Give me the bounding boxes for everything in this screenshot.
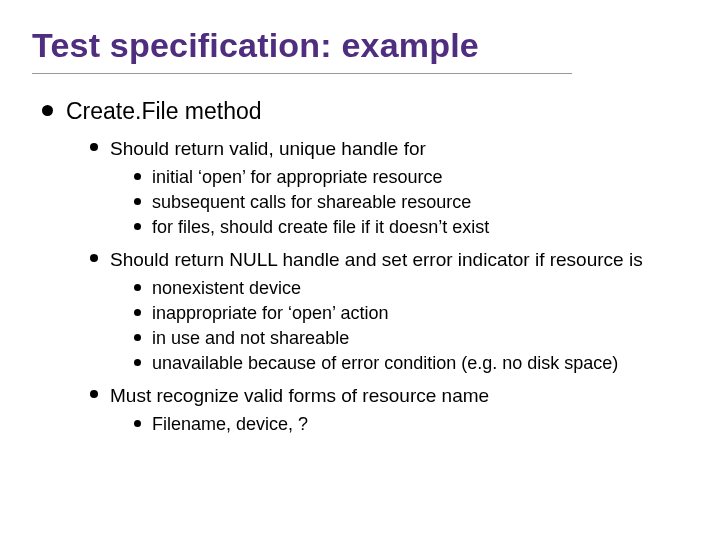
list-item: Create.File method Should return valid, … bbox=[40, 96, 688, 437]
list-item: Must recognize valid forms of resource n… bbox=[88, 382, 688, 437]
title-block: Test specification: example bbox=[32, 26, 572, 74]
list-item: Filename, device, ? bbox=[132, 412, 688, 437]
slide: Test specification: example Create.File … bbox=[0, 0, 720, 540]
list-item: initial ‘open’ for appropriate resource bbox=[132, 165, 688, 190]
bullet-list-level2: Should return valid, unique handle for i… bbox=[66, 135, 688, 437]
l2-text: Should return NULL handle and set error … bbox=[110, 249, 643, 270]
l3-text: for files, should create file if it does… bbox=[152, 217, 489, 237]
l2-text: Must recognize valid forms of resource n… bbox=[110, 385, 489, 406]
list-item: for files, should create file if it does… bbox=[132, 215, 688, 240]
l2-text: Should return valid, unique handle for bbox=[110, 138, 426, 159]
slide-title: Test specification: example bbox=[32, 26, 572, 65]
l3-text: in use and not shareable bbox=[152, 328, 349, 348]
l3-text: nonexistent device bbox=[152, 278, 301, 298]
l3-text: subsequent calls for shareable resource bbox=[152, 192, 471, 212]
list-item: subsequent calls for shareable resource bbox=[132, 190, 688, 215]
list-item: Should return NULL handle and set error … bbox=[88, 246, 688, 376]
l3-text: unavailable because of error condition (… bbox=[152, 353, 618, 373]
list-item: unavailable because of error condition (… bbox=[132, 351, 688, 376]
bullet-list-level3: initial ‘open’ for appropriate resource … bbox=[110, 165, 688, 241]
bullet-list-level3: Filename, device, ? bbox=[110, 412, 688, 437]
bullet-list-level1: Create.File method Should return valid, … bbox=[32, 96, 688, 437]
list-item: nonexistent device bbox=[132, 276, 688, 301]
l3-text: Filename, device, ? bbox=[152, 414, 308, 434]
list-item: inappropriate for ‘open’ action bbox=[132, 301, 688, 326]
bullet-list-level3: nonexistent device inappropriate for ‘op… bbox=[110, 276, 688, 377]
list-item: in use and not shareable bbox=[132, 326, 688, 351]
list-item: Should return valid, unique handle for i… bbox=[88, 135, 688, 240]
l3-text: initial ‘open’ for appropriate resource bbox=[152, 167, 443, 187]
l1-text: Create.File method bbox=[66, 98, 262, 124]
l3-text: inappropriate for ‘open’ action bbox=[152, 303, 389, 323]
